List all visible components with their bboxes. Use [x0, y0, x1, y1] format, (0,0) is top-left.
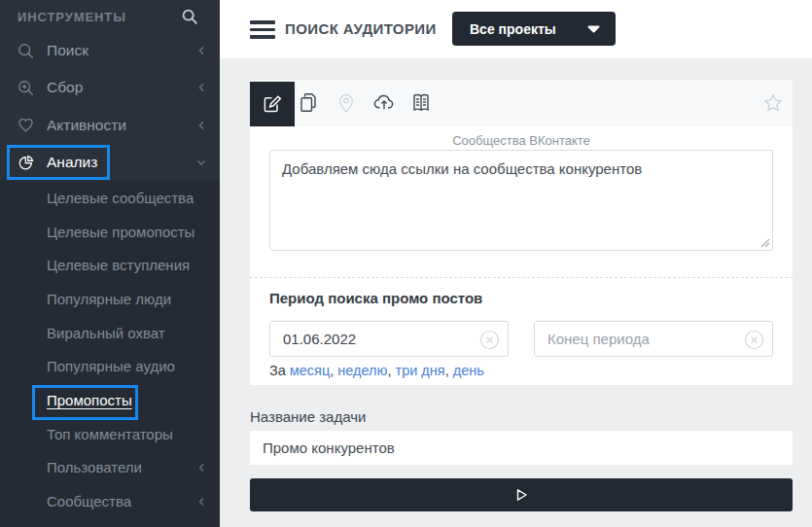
chevron-left-icon — [195, 120, 207, 131]
submenu-item-target-joins[interactable]: Целевые вступления — [0, 248, 220, 282]
chevron-left-icon — [195, 45, 207, 56]
edit-icon — [260, 91, 285, 117]
task-name-input[interactable] — [250, 431, 793, 465]
sidebar-item-label: Сбор — [47, 79, 83, 96]
sidebar-header: ИНСТРУМЕНТЫ — [0, 0, 220, 32]
submenu-item-top-commenters[interactable]: Топ комментаторы — [0, 417, 220, 451]
submenu-item-communities[interactable]: Сообщества — [0, 484, 220, 518]
period-start-input[interactable] — [270, 322, 508, 356]
heart-icon — [16, 115, 36, 135]
tab-ledger[interactable] — [408, 90, 434, 116]
period-end-input[interactable] — [535, 322, 772, 356]
pie-chart-icon — [16, 153, 36, 173]
period-end-field — [534, 321, 773, 357]
quick-link-month[interactable]: месяц — [290, 363, 330, 378]
analysis-submenu: Целевые сообщества Целевые промопосты Це… — [0, 181, 220, 527]
sidebar-item-activities[interactable]: Активности — [0, 107, 220, 144]
clear-icon[interactable] — [744, 330, 764, 350]
top-bar: ПОИСК АУДИТОРИИ Все проекты — [220, 0, 812, 58]
sidebar-item-analysis[interactable]: Анализ — [0, 144, 220, 181]
task-tab-strip — [250, 80, 793, 126]
period-start-field — [269, 321, 509, 357]
submenu-item-target-communities[interactable]: Целевые сообщества — [0, 181, 220, 215]
run-task-button[interactable] — [250, 478, 793, 511]
play-icon — [512, 486, 530, 504]
tab-cloud-upload[interactable] — [371, 90, 397, 116]
quick-link-three-days[interactable]: три дня — [395, 363, 444, 378]
sidebar: ИНСТРУМЕНТЫ Поиск — [0, 0, 220, 527]
sidebar-item-label: Поиск — [47, 42, 88, 59]
caret-down-icon — [587, 25, 600, 33]
communities-textarea[interactable]: Добавляем сюда ссылки на сообщества конк… — [269, 150, 773, 251]
tab-location[interactable] — [334, 90, 359, 116]
chevron-left-icon — [195, 82, 207, 93]
sidebar-item-label: Анализ — [47, 154, 97, 171]
hamburger-menu-icon[interactable] — [250, 20, 275, 39]
sidebar-item-label: Активности — [47, 117, 126, 134]
search-icon[interactable] — [181, 8, 198, 25]
task-name-label: Название задачи — [250, 408, 366, 425]
tab-copy[interactable] — [296, 90, 321, 116]
submenu-item-users[interactable]: Пользователи — [0, 451, 220, 485]
clear-icon[interactable] — [479, 330, 500, 350]
task-form-card: Сообщества ВКонтакте Добавляем сюда ссыл… — [250, 126, 793, 385]
app-window: ИНСТРУМЕНТЫ Поиск — [0, 0, 812, 527]
projects-dropdown-label: Все проекты — [470, 21, 556, 37]
submenu-item-popular-people[interactable]: Популярные люди — [0, 282, 220, 316]
submenu-item-promoposts[interactable]: Промопосты — [0, 383, 220, 417]
star-icon[interactable] — [761, 91, 785, 115]
chevron-left-icon — [195, 462, 207, 474]
search-plus-icon — [16, 78, 36, 98]
submenu-item-popular-audio[interactable]: Популярные аудио — [0, 349, 220, 383]
submenu-item-target-promoposts[interactable]: Целевые промопосты — [0, 215, 220, 249]
divider — [250, 277, 793, 278]
quick-period-prefix: За — [269, 363, 286, 378]
projects-dropdown[interactable]: Все проекты — [452, 12, 616, 46]
sidebar-item-search[interactable]: Поиск — [0, 32, 220, 69]
sidebar-title: ИНСТРУМЕНТЫ — [18, 10, 126, 24]
communities-label: Сообщества ВКонтакте — [250, 133, 793, 148]
submenu-item-viral-reach[interactable]: Виральный охват — [0, 316, 220, 350]
quick-period-links: Замесяц,неделю,три дня,день — [269, 363, 484, 378]
page-title: ПОИСК АУДИТОРИИ — [285, 0, 437, 58]
search-icon — [16, 41, 36, 61]
period-title: Период поиска промо постов — [269, 290, 482, 306]
quick-link-week[interactable]: неделю — [337, 363, 387, 378]
resize-handle-icon[interactable] — [760, 238, 770, 248]
quick-link-day[interactable]: день — [453, 363, 484, 378]
sidebar-item-collect[interactable]: Сбор — [0, 69, 220, 106]
chevron-left-icon — [195, 496, 207, 508]
tab-edit[interactable] — [250, 82, 295, 126]
chevron-down-icon — [195, 157, 207, 168]
